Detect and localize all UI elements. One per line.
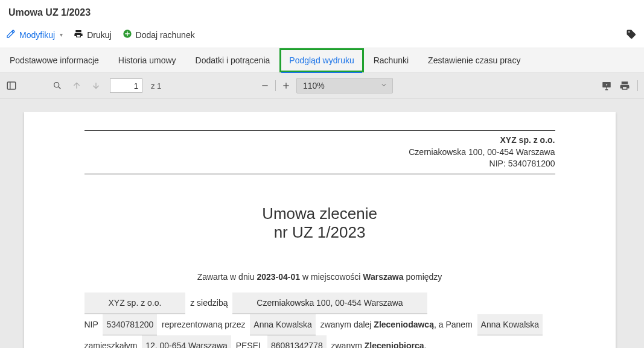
field-company-address: Czerniakowska 100, 00-454 Warszawa — [232, 293, 427, 314]
text: z siedzibą — [190, 298, 228, 308]
field-person-name: Anna Kowalska — [477, 314, 543, 336]
field-person-address: 12, 00-654 Warszawa — [142, 335, 231, 348]
print-label: Drukuj — [87, 30, 111, 40]
field-rep-name: Anna Kowalska — [250, 314, 316, 336]
modify-button[interactable]: Modyfikuj ▾ — [6, 29, 63, 40]
doc-company-address: Czerniakowska 100, 00-454 Warszawa — [84, 147, 555, 159]
document-page: XYZ sp. z o.o. Czerniakowska 100, 00-454… — [24, 112, 616, 348]
divider — [275, 80, 276, 91]
doc-date: 2023-04-01 — [257, 272, 300, 282]
text: zwanym — [331, 341, 364, 348]
field-nip: 5340781200 — [103, 314, 157, 336]
tag-icon[interactable] — [626, 29, 637, 42]
plus-circle-icon — [123, 29, 132, 40]
add-invoice-button[interactable]: Dodaj rachunek — [123, 29, 195, 40]
doc-city: Warszawa — [363, 272, 403, 282]
search-icon[interactable] — [52, 80, 63, 91]
edit-icon — [6, 29, 16, 40]
pdf-toolbar: z 1 110% — [0, 73, 644, 99]
field-pesel: 86081342778 — [267, 335, 327, 348]
zoom-in-icon[interactable] — [281, 80, 292, 91]
page-up-icon[interactable] — [71, 80, 82, 91]
viewer-area: XYZ sp. z o.o. Czerniakowska 100, 00-454… — [0, 99, 644, 348]
presentation-icon[interactable] — [601, 80, 612, 91]
text: zwanym dalej — [320, 320, 374, 329]
text: w miejscowości — [300, 272, 363, 282]
page-number-input[interactable] — [110, 78, 142, 93]
page-title: Umowa UZ 1/2023 — [8, 7, 636, 18]
tab-invoices[interactable]: Rachunki — [364, 48, 418, 72]
tab-deductions[interactable]: Dodatki i potrącenia — [186, 48, 280, 72]
add-invoice-label: Dodaj rachunek — [136, 30, 195, 40]
svg-point-3 — [54, 83, 59, 87]
doc-company-name: XYZ sp. z o.o. — [84, 134, 555, 147]
page-of-label: z 1 — [151, 81, 161, 90]
tab-timesheet[interactable]: Zestawienie czasu pracy — [418, 48, 530, 72]
tabs: Podstawowe informacje Historia umowy Dod… — [0, 48, 644, 73]
tab-basic-info[interactable]: Podstawowe informacje — [0, 48, 109, 72]
divider — [84, 130, 555, 131]
print-button[interactable]: Drukuj — [74, 29, 111, 40]
field-company: XYZ sp. z o.o. — [84, 293, 186, 314]
doc-title: Umowa zlecenie — [84, 204, 555, 223]
text-bold: Zleceniobiorcą — [365, 341, 424, 348]
zoom-value: 110% — [303, 81, 325, 90]
chevron-down-icon — [380, 81, 387, 90]
tab-history[interactable]: Historia umowy — [109, 48, 186, 72]
svg-line-4 — [59, 87, 60, 89]
text: PESEL — [236, 341, 263, 348]
doc-subtitle: nr UZ 1/2023 — [84, 223, 555, 242]
text: zamieszkałym — [84, 341, 138, 348]
chevron-down-icon: ▾ — [60, 31, 63, 38]
text: pomiędzy — [404, 272, 442, 282]
text: , a Panem — [434, 320, 473, 329]
zoom-select[interactable]: 110% — [296, 78, 393, 93]
doc-intro-line: Zawarta w dniu 2023-04-01 w miejscowości… — [84, 272, 555, 282]
text: reprezentowaną przez — [162, 320, 246, 329]
text: Zawarta w dniu — [197, 272, 257, 282]
doc-company-nip: NIP: 5340781200 — [84, 158, 555, 170]
page-down-icon[interactable] — [91, 80, 101, 91]
text-bold: Zleceniodawcą — [374, 320, 434, 329]
tab-preview[interactable]: Podgląd wydruku — [279, 48, 363, 72]
printer-icon — [74, 29, 83, 40]
svg-rect-1 — [7, 82, 16, 89]
zoom-out-icon[interactable] — [260, 80, 270, 91]
modify-label: Modyfikuj — [19, 30, 55, 40]
sidebar-toggle-icon[interactable] — [6, 80, 17, 91]
action-bar: Modyfikuj ▾ Drukuj Dodaj rachunek — [0, 23, 644, 48]
printer-icon[interactable] — [619, 80, 630, 91]
text: NIP — [84, 320, 98, 329]
divider — [637, 80, 638, 91]
divider — [84, 174, 555, 174]
doc-body: XYZ sp. z o.o. z siedzibą Czerniakowska … — [84, 293, 555, 348]
